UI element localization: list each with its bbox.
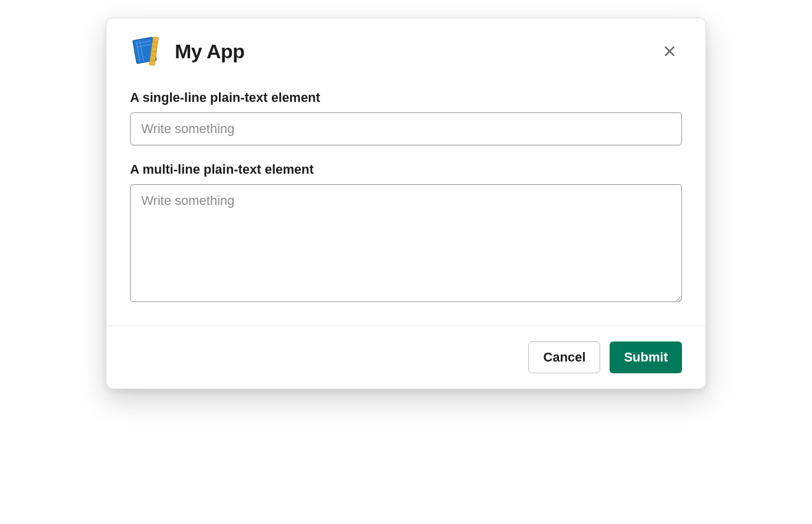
multi-line-field-label: A multi-line plain-text element — [130, 162, 682, 177]
submit-button[interactable]: Submit — [610, 341, 682, 373]
single-line-field-label: A single-line plain-text element — [130, 90, 682, 105]
close-button[interactable] — [657, 39, 682, 64]
modal-footer: Cancel Submit — [107, 326, 705, 389]
modal-body: A single-line plain-text element A multi… — [107, 74, 705, 326]
modal-dialog: My App A single-line plain-text element … — [106, 18, 706, 389]
cancel-button[interactable]: Cancel — [528, 341, 600, 373]
close-icon — [662, 44, 677, 59]
app-icon — [130, 35, 163, 68]
multi-line-field-group: A multi-line plain-text element — [130, 162, 682, 304]
single-line-input[interactable] — [130, 112, 682, 145]
modal-header: My App — [107, 18, 705, 74]
multi-line-input[interactable] — [130, 184, 682, 302]
modal-title: My App — [175, 40, 657, 63]
single-line-field-group: A single-line plain-text element — [130, 90, 682, 145]
